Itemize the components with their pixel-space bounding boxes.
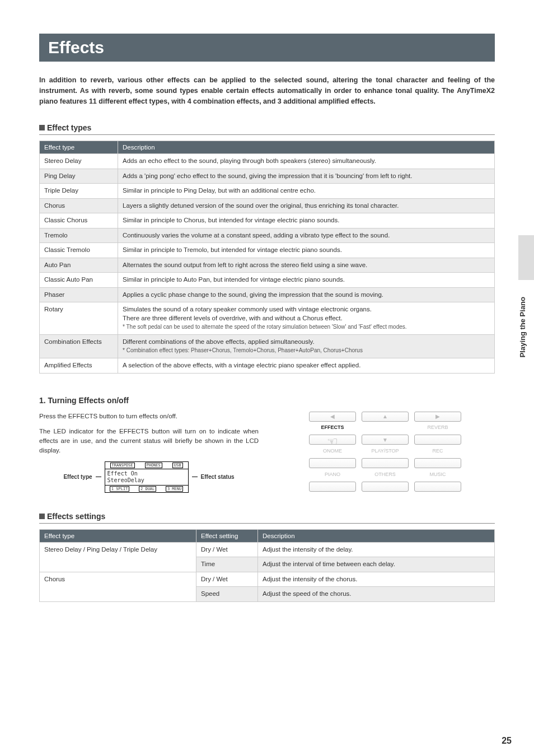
cell-effect-name: Stereo Delay xyxy=(40,154,118,169)
lcd-label-left: Effect type xyxy=(63,474,92,480)
cell-effect-desc: Similar in principle to Chorus, but inte… xyxy=(118,213,495,228)
lcd-top-3: USB xyxy=(172,463,183,468)
up-arrow-button[interactable]: ▲ xyxy=(362,412,409,422)
bullet-icon xyxy=(39,514,45,519)
effect-types-table: Effect type Description Stereo DelayAdds… xyxy=(39,141,495,373)
table-row: RotarySimulates the sound of a rotary sp… xyxy=(40,302,495,335)
cell-effect-name: Triple Delay xyxy=(40,184,118,199)
lcd-line1: Effect On xyxy=(107,470,186,477)
cell-effect-type: Chorus xyxy=(40,572,196,601)
lcd-bot-2: 2 DUAL xyxy=(139,486,156,492)
cell-effect-type: Stereo Delay / Ping Delay / Triple Delay xyxy=(40,542,196,572)
piano-button[interactable] xyxy=(309,482,356,492)
table-row: Stereo DelayAdds an echo effect to the s… xyxy=(40,154,495,169)
cell-effect-name: Amplified Effects xyxy=(40,358,118,373)
cell-effect-name: Classic Tremolo xyxy=(40,243,118,258)
page-number: 25 xyxy=(502,736,512,746)
cell-effect-desc: Adds an echo effect to the sound, playin… xyxy=(118,154,495,169)
lcd-bot-3: 3 MENU xyxy=(166,486,183,492)
cell-effect-desc: A selection of the above effects, with a… xyxy=(118,358,495,373)
callout-line xyxy=(192,477,198,477)
cell-effect-desc: Simulates the sound of a rotary speaker … xyxy=(118,302,495,335)
metronome-button[interactable] xyxy=(309,458,356,468)
table-row: ChorusLayers a slightly detuned version … xyxy=(40,198,495,213)
button-panel: ◀ ▲ ▶ EFFECTS REVERB ☜ ▼ ONOME PLAY/STOP… xyxy=(309,412,461,493)
cell-effect-name: Tremolo xyxy=(40,228,118,243)
section-heading-label: Effects settings xyxy=(47,512,105,521)
cell-setting-desc: Adjust the interval of time between each… xyxy=(258,557,495,572)
reverb-button[interactable] xyxy=(414,435,461,445)
right-arrow-button[interactable]: ▶ xyxy=(414,412,461,422)
page-title: Effects xyxy=(39,34,495,62)
callout-line xyxy=(96,477,101,477)
turning-p1: Press the EFFECTS button to turn effects… xyxy=(39,412,259,421)
table-row: Combination EffectsDifferent combination… xyxy=(40,334,495,358)
intro-text: In addition to reverb, various other eff… xyxy=(39,75,495,106)
cell-effect-name: Ping Delay xyxy=(40,169,118,184)
down-arrow-button[interactable]: ▼ xyxy=(362,435,409,445)
cell-effect-name: Phaser xyxy=(40,287,118,302)
table-row: Auto PanAlternates the sound output from… xyxy=(40,258,495,273)
cell-effect-name: Classic Chorus xyxy=(40,213,118,228)
side-tab: Playing the Piano xyxy=(518,235,534,347)
others-label: OTHERS xyxy=(362,472,409,478)
cell-effect-desc: Adds a 'ping pong' echo effect to the so… xyxy=(118,169,495,184)
col-effect-type: Effect type xyxy=(40,141,118,154)
table-row: Ping DelayAdds a 'ping pong' echo effect… xyxy=(40,169,495,184)
cell-effect-setting: Speed xyxy=(196,587,258,602)
cell-effect-desc: Continuously varies the volume at a cons… xyxy=(118,228,495,243)
effects-button[interactable]: ☜ xyxy=(309,435,356,445)
others-button[interactable] xyxy=(362,482,409,492)
hand-icon: ☜ xyxy=(327,435,338,449)
cell-effect-setting: Dry / Wet xyxy=(196,542,258,557)
section-effects-settings: Effects settings xyxy=(39,512,495,524)
lcd-top-1: TRANSPOSE xyxy=(110,463,135,468)
piano-label: PIANO xyxy=(309,472,356,478)
reverb-label: REVERB xyxy=(414,424,461,431)
cell-effect-name: Combination Effects xyxy=(40,334,118,358)
table-row: Classic Auto PanSimilar in principle to … xyxy=(40,273,495,288)
cell-effect-desc: Applies a cyclic phase change to the sou… xyxy=(118,287,495,302)
table-row: Classic TremoloSimilar in principle to T… xyxy=(40,243,495,258)
col-description: Description xyxy=(118,141,495,154)
lcd-line2: StereoDelay xyxy=(107,477,186,484)
music-button[interactable] xyxy=(414,482,461,492)
playstop-button[interactable] xyxy=(362,458,409,468)
cell-effect-desc: Alternates the sound output from left to… xyxy=(118,258,495,273)
table-row: TremoloContinuously varies the volume at… xyxy=(40,228,495,243)
blank-label xyxy=(362,424,409,431)
lcd-screen: TRANSPOSE PHONES USB Effect On StereoDel… xyxy=(105,461,189,493)
table-row: PhaserApplies a cyclic phase change to t… xyxy=(40,287,495,302)
effects-settings-table: Effect type Effect setting Description S… xyxy=(39,529,495,602)
col-description: Description xyxy=(258,529,495,542)
cell-effect-desc: Different combinations of the above effe… xyxy=(118,334,495,358)
cell-effect-desc: Similar in principle to Tremolo, but int… xyxy=(118,243,495,258)
cell-setting-desc: Adjust the intensity of the chorus. xyxy=(258,572,495,587)
table-row: Amplified EffectsA selection of the abov… xyxy=(40,358,495,373)
left-arrow-button[interactable]: ◀ xyxy=(309,412,356,422)
lcd-top-2: PHONES xyxy=(145,463,162,468)
turning-p2: The LED indicator for the EFFECTS button… xyxy=(39,427,259,456)
table-row: Triple DelaySimilar in principle to Ping… xyxy=(40,184,495,199)
col-effect-setting: Effect setting xyxy=(196,529,258,542)
side-tab-box xyxy=(518,235,534,280)
col-effect-type: Effect type xyxy=(40,529,196,542)
rec-button[interactable] xyxy=(414,458,461,468)
cell-effect-name: Rotary xyxy=(40,302,118,335)
cell-setting-desc: Adjust the intensity of the delay. xyxy=(258,542,495,557)
cell-effect-name: Auto Pan xyxy=(40,258,118,273)
cell-effect-setting: Dry / Wet xyxy=(196,572,258,587)
lcd-label-right: Effect status xyxy=(201,474,235,480)
table-row: ChorusDry / WetAdjust the intensity of t… xyxy=(40,572,495,587)
bullet-icon xyxy=(39,125,45,130)
turning-heading: 1. Turning Effects on/off xyxy=(39,396,495,405)
lcd-diagram: Effect type TRANSPOSE PHONES USB Effect … xyxy=(39,461,259,493)
table-row: Stereo Delay / Ping Delay / Triple Delay… xyxy=(40,542,495,557)
section-effect-types: Effect types xyxy=(39,123,495,135)
cell-effect-setting: Time xyxy=(196,557,258,572)
playstop-label: PLAY/STOP xyxy=(362,448,409,455)
section-heading-label: Effect types xyxy=(47,123,91,132)
cell-effect-desc: Similar in principle to Auto Pan, but in… xyxy=(118,273,495,288)
table-row: Classic ChorusSimilar in principle to Ch… xyxy=(40,213,495,228)
cell-effect-name: Chorus xyxy=(40,198,118,213)
